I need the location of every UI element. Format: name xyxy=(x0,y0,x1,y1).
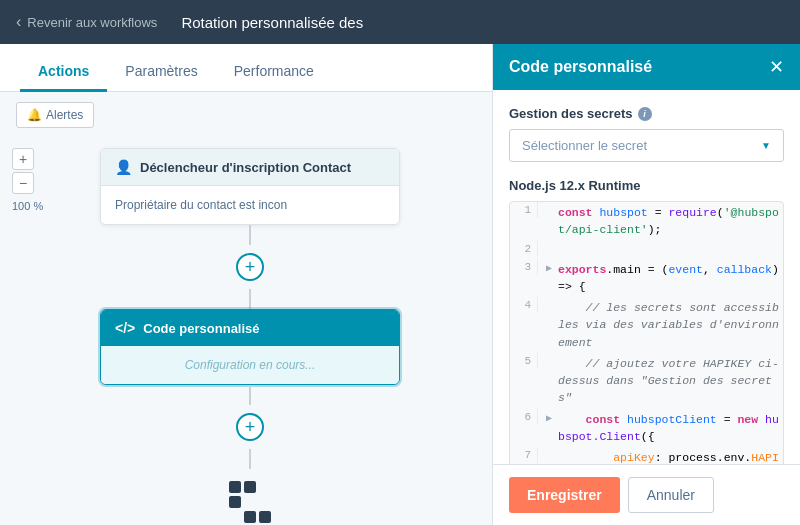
code-line-1: 1 const hubspot = require('@hubspot/api-… xyxy=(510,202,783,241)
grid-cell xyxy=(229,511,241,523)
connector-1 xyxy=(249,225,251,245)
trigger-body-text: Propriétaire du contact est incon xyxy=(115,198,287,212)
add-button-1[interactable]: + xyxy=(236,253,264,281)
line-content-4: // les secrets sont accessibles via des … xyxy=(558,297,783,353)
line-content-7: apiKey: process.env.HAPIKEY xyxy=(558,447,783,464)
code-line-2: 2 xyxy=(510,241,783,259)
line-arrow-7 xyxy=(546,447,558,450)
alerts-label: Alertes xyxy=(46,108,83,122)
connector-4 xyxy=(249,449,251,469)
code-node-body: Configuration en cours... xyxy=(101,346,399,384)
runtime-label: Node.js 12.x Runtime xyxy=(509,178,784,193)
alerts-button[interactable]: 🔔 Alertes xyxy=(16,102,94,128)
line-arrow-2 xyxy=(546,241,558,244)
line-num-4: 4 xyxy=(510,297,538,313)
code-line-3: 3 ▶ exports.main = (event, callback) => … xyxy=(510,259,783,298)
zoom-in-button[interactable]: + xyxy=(12,148,34,170)
line-num-1: 1 xyxy=(510,202,538,218)
trigger-node-header: 👤 Déclencheur d'inscription Contact xyxy=(101,149,399,186)
code-line-7: 7 apiKey: process.env.HAPIKEY xyxy=(510,447,783,464)
secrets-label: Gestion des secrets xyxy=(509,106,633,121)
code-editor[interactable]: 1 const hubspot = require('@hubspot/api-… xyxy=(509,201,784,464)
cancel-button[interactable]: Annuler xyxy=(628,477,714,513)
trigger-node[interactable]: 👤 Déclencheur d'inscription Contact Prop… xyxy=(100,148,400,225)
line-arrow-6: ▶ xyxy=(546,409,558,424)
back-arrow-icon: ‹ xyxy=(16,13,21,31)
line-num-2: 2 xyxy=(510,241,538,257)
left-panel: Actions Paramètres Performance 🔔 Alertes… xyxy=(0,44,492,525)
code-line-5: 5 // ajoutez votre HAPIKEY ci-dessus dan… xyxy=(510,353,783,409)
line-num-7: 7 xyxy=(510,447,538,463)
chevron-down-icon: ▼ xyxy=(761,140,771,151)
line-num-3: 3 xyxy=(510,259,538,275)
trigger-node-body: Propriétaire du contact est incon xyxy=(101,186,399,224)
tab-params[interactable]: Paramètres xyxy=(107,49,215,92)
line-content-2 xyxy=(558,241,783,245)
code-node-header: </> Code personnalisé xyxy=(101,310,399,346)
modal-footer: Enregistrer Annuler xyxy=(493,464,800,525)
code-label: Code personnalisé xyxy=(143,321,259,336)
grid-cell xyxy=(259,511,271,523)
toolbar: 🔔 Alertes xyxy=(0,92,492,138)
trigger-icon: 👤 xyxy=(115,159,132,175)
grid-cell xyxy=(259,481,271,493)
line-num-6: 6 xyxy=(510,409,538,425)
canvas: + − 100 % 👤 Déclencheur d'inscription Co… xyxy=(0,138,492,525)
tabs-bar: Actions Paramètres Performance xyxy=(0,44,492,92)
select-placeholder: Sélectionner le secret xyxy=(522,138,647,153)
zoom-level: 100 % xyxy=(12,200,43,212)
add-button-2[interactable]: + xyxy=(236,413,264,441)
line-content-6: const hubspotClient = new hubspot.Client… xyxy=(558,409,783,448)
top-nav: ‹ Revenir aux workflows Rotation personn… xyxy=(0,0,800,44)
modal-body: Gestion des secrets i Sélectionner le se… xyxy=(493,90,800,464)
grid-cell xyxy=(244,511,256,523)
code-icon: </> xyxy=(115,320,135,336)
modal-header: Code personnalisé ✕ xyxy=(493,44,800,90)
connector-3 xyxy=(249,385,251,405)
grid-cell xyxy=(229,496,241,508)
back-link[interactable]: ‹ Revenir aux workflows xyxy=(16,13,157,31)
line-arrow-5 xyxy=(546,353,558,356)
secret-select[interactable]: Sélectionner le secret ▼ xyxy=(509,129,784,162)
grid-cell xyxy=(244,496,256,508)
grid-cell xyxy=(244,481,256,493)
secrets-section-label: Gestion des secrets i xyxy=(509,106,784,121)
alert-icon: 🔔 xyxy=(27,108,42,122)
main-area: Actions Paramètres Performance 🔔 Alertes… xyxy=(0,44,800,525)
code-node[interactable]: </> Code personnalisé Configuration en c… xyxy=(100,309,400,385)
grid-cell xyxy=(259,496,271,508)
line-num-5: 5 xyxy=(510,353,538,369)
back-label: Revenir aux workflows xyxy=(27,15,157,30)
trigger-label: Déclencheur d'inscription Contact xyxy=(140,160,351,175)
end-node xyxy=(220,477,280,525)
line-arrow-1 xyxy=(546,202,558,205)
code-body-text: Configuration en cours... xyxy=(185,358,316,372)
end-grid xyxy=(229,481,271,523)
code-line-4: 4 // les secrets sont accessibles via de… xyxy=(510,297,783,353)
line-content-1: const hubspot = require('@hubspot/api-cl… xyxy=(558,202,783,241)
page-title: Rotation personnalisée des xyxy=(181,14,363,31)
connector-2 xyxy=(249,289,251,309)
zoom-out-button[interactable]: − xyxy=(12,172,34,194)
tab-actions[interactable]: Actions xyxy=(20,49,107,92)
save-button[interactable]: Enregistrer xyxy=(509,477,620,513)
right-panel: Code personnalisé ✕ Gestion des secrets … xyxy=(492,44,800,525)
modal-title: Code personnalisé xyxy=(509,58,652,76)
line-content-3: exports.main = (event, callback) => { xyxy=(558,259,783,298)
grid-cell xyxy=(229,481,241,493)
close-button[interactable]: ✕ xyxy=(769,58,784,76)
code-line-6: 6 ▶ const hubspotClient = new hubspot.Cl… xyxy=(510,409,783,448)
tab-perf[interactable]: Performance xyxy=(216,49,332,92)
info-icon: i xyxy=(638,107,652,121)
line-arrow-4 xyxy=(546,297,558,300)
zoom-controls: + − 100 % xyxy=(12,148,43,212)
line-arrow-3: ▶ xyxy=(546,259,558,274)
line-content-5: // ajoutez votre HAPIKEY ci-dessus dans … xyxy=(558,353,783,409)
workflow-container: 👤 Déclencheur d'inscription Contact Prop… xyxy=(50,148,450,525)
